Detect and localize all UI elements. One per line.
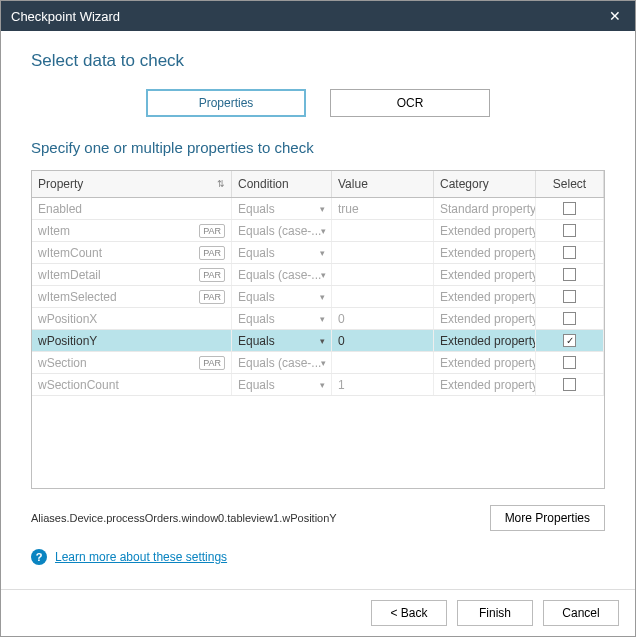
cell-value[interactable]: 0 [332, 330, 434, 351]
col-condition[interactable]: Condition [232, 171, 332, 197]
condition-label: Equals [238, 202, 275, 216]
property-name: wPositionY [38, 334, 97, 348]
cell-condition[interactable]: Equals▾ [232, 374, 332, 395]
property-name: wItemCount [38, 246, 102, 260]
select-checkbox[interactable] [563, 312, 576, 325]
select-checkbox[interactable]: ✓ [563, 334, 576, 347]
chevron-down-icon: ▾ [320, 204, 325, 214]
cell-select [536, 198, 604, 219]
table-row[interactable]: wItemCountPAREquals▾Extended property [32, 242, 604, 264]
more-properties-button[interactable]: More Properties [490, 505, 605, 531]
cell-category: Extended property [434, 308, 536, 329]
col-select[interactable]: Select [536, 171, 604, 197]
chevron-down-icon: ▾ [320, 292, 325, 302]
select-checkbox[interactable] [563, 246, 576, 259]
select-checkbox[interactable] [563, 378, 576, 391]
mode-toggle: Properties OCR [31, 89, 605, 117]
cell-category: Extended property [434, 264, 536, 285]
page-heading: Select data to check [31, 51, 605, 71]
chevron-down-icon: ▾ [320, 248, 325, 258]
chevron-down-icon: ▾ [320, 336, 325, 346]
cell-value[interactable]: true [332, 198, 434, 219]
cell-condition[interactable]: Equals▾ [232, 286, 332, 307]
cell-value[interactable]: 1 [332, 374, 434, 395]
finish-button[interactable]: Finish [457, 600, 533, 626]
cell-condition[interactable]: Equals▾ [232, 308, 332, 329]
cell-value[interactable] [332, 242, 434, 263]
cell-condition[interactable]: Equals (case-...▾ [232, 264, 332, 285]
cell-condition[interactable]: Equals (case-...▾ [232, 352, 332, 373]
table-row[interactable]: wItemDetailPAREquals (case-...▾Extended … [32, 264, 604, 286]
select-checkbox[interactable] [563, 202, 576, 215]
chevron-down-icon: ▾ [321, 226, 326, 236]
property-name: wSectionCount [38, 378, 119, 392]
col-category[interactable]: Category [434, 171, 536, 197]
condition-label: Equals [238, 378, 275, 392]
section-heading: Specify one or multiple properties to ch… [31, 139, 605, 156]
close-icon: ✕ [609, 8, 621, 24]
table-row[interactable]: wPositionYEquals▾0Extended property✓ [32, 330, 604, 352]
grid-header: Property ⇅ Condition Value Category Sele… [32, 171, 604, 198]
cell-select [536, 286, 604, 307]
window-title: Checkpoint Wizard [11, 9, 120, 24]
cell-property: Enabled [32, 198, 232, 219]
par-badge[interactable]: PAR [199, 246, 225, 260]
cell-property: wItemCountPAR [32, 242, 232, 263]
par-badge[interactable]: PAR [199, 268, 225, 282]
titlebar: Checkpoint Wizard ✕ [1, 1, 635, 31]
col-value[interactable]: Value [332, 171, 434, 197]
chevron-down-icon: ▾ [320, 314, 325, 324]
par-badge[interactable]: PAR [199, 356, 225, 370]
table-row[interactable]: wPositionXEquals▾0Extended property [32, 308, 604, 330]
close-button[interactable]: ✕ [595, 1, 635, 31]
col-property-label: Property [38, 177, 83, 191]
table-row[interactable]: EnabledEquals▾trueStandard property [32, 198, 604, 220]
table-row[interactable]: wItemSelectedPAREquals▾Extended property [32, 286, 604, 308]
table-row[interactable]: wItemPAREquals (case-...▾Extended proper… [32, 220, 604, 242]
par-badge[interactable]: PAR [199, 224, 225, 238]
cell-select [536, 220, 604, 241]
condition-label: Equals [238, 246, 275, 260]
condition-label: Equals [238, 290, 275, 304]
cell-condition[interactable]: Equals▾ [232, 330, 332, 351]
property-name: Enabled [38, 202, 82, 216]
cell-property: wItemDetailPAR [32, 264, 232, 285]
table-row[interactable]: wSectionCountEquals▾1Extended property [32, 374, 604, 396]
chevron-down-icon: ▾ [321, 270, 326, 280]
path-row: Aliases.Device.processOrders.window0.tab… [31, 505, 605, 531]
cell-value[interactable] [332, 352, 434, 373]
chevron-down-icon: ▾ [320, 380, 325, 390]
cell-property: wPositionX [32, 308, 232, 329]
help-row: ? Learn more about these settings [31, 549, 605, 565]
cell-condition[interactable]: Equals (case-...▾ [232, 220, 332, 241]
cell-category: Extended property [434, 374, 536, 395]
select-checkbox[interactable] [563, 268, 576, 281]
cell-select: ✓ [536, 330, 604, 351]
condition-label: Equals (case-... [238, 268, 321, 282]
cell-condition[interactable]: Equals▾ [232, 198, 332, 219]
back-button[interactable]: < Back [371, 600, 447, 626]
cell-value[interactable]: 0 [332, 308, 434, 329]
table-row[interactable]: wSectionPAREquals (case-...▾Extended pro… [32, 352, 604, 374]
select-checkbox[interactable] [563, 290, 576, 303]
cell-value[interactable] [332, 286, 434, 307]
cell-property: wSectionPAR [32, 352, 232, 373]
toggle-ocr[interactable]: OCR [330, 89, 490, 117]
par-badge[interactable]: PAR [199, 290, 225, 304]
chevron-down-icon: ▾ [321, 358, 326, 368]
property-name: wSection [38, 356, 87, 370]
grid-body: EnabledEquals▾trueStandard propertywItem… [32, 198, 604, 488]
col-property[interactable]: Property ⇅ [32, 171, 232, 197]
cell-property: wPositionY [32, 330, 232, 351]
cell-select [536, 242, 604, 263]
selected-path: Aliases.Device.processOrders.window0.tab… [31, 512, 490, 524]
cell-category: Extended property [434, 220, 536, 241]
cancel-button[interactable]: Cancel [543, 600, 619, 626]
select-checkbox[interactable] [563, 356, 576, 369]
cell-value[interactable] [332, 264, 434, 285]
select-checkbox[interactable] [563, 224, 576, 237]
help-link[interactable]: Learn more about these settings [55, 550, 227, 564]
cell-condition[interactable]: Equals▾ [232, 242, 332, 263]
cell-value[interactable] [332, 220, 434, 241]
toggle-properties[interactable]: Properties [146, 89, 306, 117]
